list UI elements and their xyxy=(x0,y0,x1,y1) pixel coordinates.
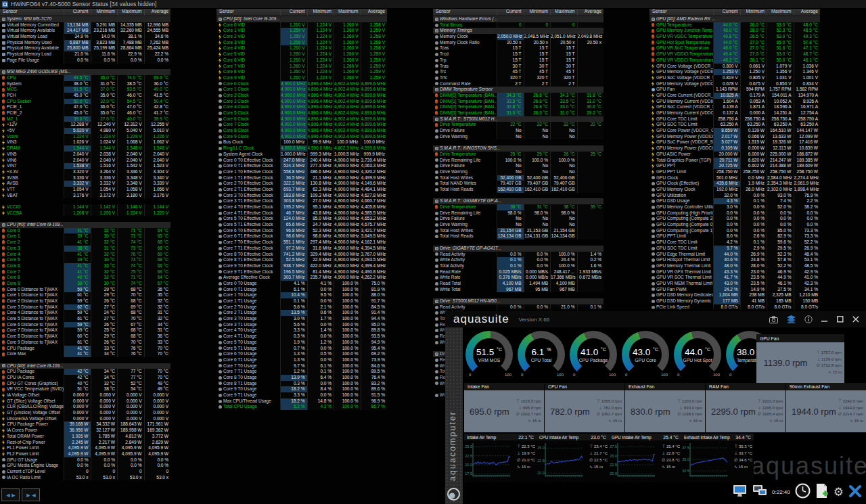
sensor-row[interactable]: Core 5 T1 Effective Clock65.6 MHz24.7 MH… xyxy=(216,222,387,228)
sensor-row[interactable]: DRAM1.544 V1.544 V1.548 V1.546 V xyxy=(0,145,170,152)
sensor-row[interactable]: GPU Fan1,143 RPM594 RPM1,757 RPM1,582 RP… xyxy=(650,87,820,93)
section-header-row[interactable]: DIMM Temperature Sensor xyxy=(433,87,603,93)
sensor-row[interactable]: Core 840 °C32 °C71 °C64 °C xyxy=(0,275,170,281)
sensor-row[interactable]: Total CPU Usage5.2 %4.1 %100.0 %86.7 % xyxy=(216,404,387,410)
sensor-row[interactable]: Core 3 T1 Usage5.6 %0.0 %100.0 %95.0 % xyxy=(216,322,387,328)
sensor-row[interactable]: GPU Computing (High Priorit...0.0 %0.0 %… xyxy=(650,210,820,216)
sensor-row[interactable]: Ring/LLC Clock4,600.0 MHz4,596.6 MHz4,60… xyxy=(216,145,387,152)
sensor-row[interactable]: Core 0 VID1.260 V1.224 V1.260 V1.258 V xyxy=(216,22,387,28)
sensor-row[interactable]: Core 2 Clock4,900.0 MHz4,896.4 MHz4,902.… xyxy=(216,93,387,99)
sensor-row[interactable]: GPU PPT Limit8.0 %2.6 %82.9 %73.3 % xyxy=(650,233,820,239)
sensor-row[interactable]: Read Activity0.0 %0.0 %21.0 %0.1 % xyxy=(433,304,603,311)
sensor-row[interactable]: GPU PPT Limit258.750 W258.750 W258.750 W… xyxy=(650,169,820,175)
sensor-row[interactable]: Core 9 T0 Usage18.2 %8.4 %100.0 %89.6 % xyxy=(216,386,387,392)
sensor-row[interactable]: GPU Core TDC Limit4.2 %0.1 %59.6 %52.2 % xyxy=(650,239,820,246)
sensor-row[interactable]: Core 5 Distance to TjMAX61 °C27 °C70 °C3… xyxy=(0,316,170,322)
clock-icon[interactable] xyxy=(795,483,811,501)
sensor-row[interactable]: GPU Memory Power (VDDIO)2.017 W0.066 W13… xyxy=(650,134,820,140)
sensor-row[interactable]: Core 5 T0 Effective Clock124.0 MHz85.0 M… xyxy=(216,216,387,222)
sensor-row[interactable]: Drive Remaining Life98.0 %98.0 %98.0 % xyxy=(433,210,603,216)
sensor-row[interactable]: +5V5.020 V4.980 V5.040 V5.010 V xyxy=(0,128,170,134)
sensor-row[interactable]: GPU D3D Usage4.3 %0.1 %7.4 %2.2 % xyxy=(650,198,820,204)
sensor-row[interactable]: Core 8 T0 Usage13.9 %6.4 %100.0 %76.4 % xyxy=(216,375,387,381)
sensor-row[interactable]: GPU Memory Thermal Limit48.0 %28.0 %52.2… xyxy=(650,263,820,269)
sensor-row[interactable]: Core 6 T0 Usage1.3 %0.5 %100.0 %69.2 % xyxy=(216,351,387,357)
sensor-row[interactable]: Trc45 T45 T45 T xyxy=(433,69,603,75)
sensor-row[interactable]: Core Max41 °C34 °C76 °C70 °C xyxy=(0,351,170,357)
sensor-row[interactable]: Core 7 T1 Effective Clock97.2 MHz31.6 MH… xyxy=(216,246,387,252)
sensor-row[interactable]: Rest-of-Chip Power2.245 W2.217 W2.849 W2… xyxy=(0,440,170,446)
exit-close-icon[interactable] xyxy=(848,484,862,501)
sensor-row[interactable]: VCCSA1.208 V1.206 V1.224 V1.220 V xyxy=(0,210,170,216)
sensor-row[interactable]: Core 139 °C30 °C71 °C65 °C xyxy=(0,233,170,239)
sensor-row[interactable]: Core 041 °C32 °C71 °C64 °C xyxy=(0,228,170,234)
sensor-row[interactable]: Core 8 Clock4,900.0 MHz4,896.4 MHz4,902.… xyxy=(216,128,387,134)
sensor-row[interactable]: Core 1 T1 Effective Clock36.5 MHz21.1 MH… xyxy=(216,175,387,181)
sensor-row[interactable]: Total Errors000 xyxy=(433,22,603,28)
sensor-row[interactable]: Core 5 T1 Usage0.7 %0.0 %100.0 %95.4 % xyxy=(216,346,387,352)
sensor-row[interactable]: GPU VR VDDIO Temperature49.4 °C27.0 °C53… xyxy=(650,51,820,58)
sensor-row[interactable]: GPU Memory Controller Utiliz...3.0 %0.0 … xyxy=(650,204,820,210)
sensor-row[interactable]: System Agent Clock1,000.0 MHz999.3 MHz1,… xyxy=(216,152,387,158)
sensor-row[interactable]: Drive FailureNoNoNo xyxy=(433,163,603,169)
sensor-row[interactable]: GPU D3D Memory Dedicated1,604 MB238 MB2,… xyxy=(650,292,820,298)
sensor-row[interactable]: Total Host Reads124,134 GB124,131 GB124,… xyxy=(433,233,603,239)
fan-panel-header[interactable]: Intake Fan xyxy=(464,383,544,390)
sensor-row[interactable]: Core 7 T0 Usage9.7 %6.1 %100.0 %84.6 % xyxy=(216,363,387,369)
expand-columns-button[interactable]: ◄► xyxy=(1,488,20,501)
fan-panel-header[interactable]: 90mm Exhaust Fan xyxy=(786,383,866,390)
gpu-fan-panel-header[interactable]: GPU Fan xyxy=(756,334,844,342)
sensor-row[interactable]: PCH45.0 °C35.0 °C46.0 °C41.5 °C xyxy=(0,93,170,99)
sensor-row[interactable]: Core 0 T1 Usage6.1 %0.0 %100.0 %81.9 % xyxy=(216,287,387,293)
sensor-row[interactable]: Core 0 Distance to TjMAX59 °C29 °C68 °C3… xyxy=(0,287,170,293)
sensor-row[interactable]: GPU Computing (Compute 0)...0.0 %0.0 %0.… xyxy=(650,222,820,228)
fan-panel-header[interactable]: Exhaust Fan xyxy=(625,383,705,390)
sensor-row[interactable]: Core 9 T1 Effective Clock196.5 MHz81.4 M… xyxy=(216,269,387,275)
sensor-row[interactable]: +3.3V3.320 V3.264 V3.336 V3.304 V xyxy=(0,169,170,175)
sensor-row[interactable]: Core 8 T0 Effective Clock741.2 MHz329.4 … xyxy=(216,252,387,258)
sensor-row[interactable]: GPU SoC Power (VDDCR_SOC)5.027 W1.515 W1… xyxy=(650,139,820,145)
sensor-row[interactable]: GPU VR MEM Thermal Limit43.0 %23.5 %46.1… xyxy=(650,281,820,287)
sensor-row[interactable]: VTT1.054 V1.054 V1.058 V1.056 V xyxy=(0,187,170,193)
sensor-row[interactable]: Core 4 VID1.260 V1.224 V1.260 V1.258 V xyxy=(216,45,387,51)
section-header-row[interactable]: System: MSI MS-7C70 xyxy=(0,16,170,22)
sensor-row[interactable]: Core 539 °C30 °C73 °C68 °C xyxy=(0,257,170,263)
chart-header[interactable]: Intake Air Temp22.1 °C xyxy=(464,434,537,440)
sensor-row[interactable]: Core 6 T1 Usage1.3 %0.0 %100.0 %73.9 % xyxy=(216,357,387,363)
sensor-row[interactable]: DIMM[2] Temperature (BAN...32.8 °C26.8 °… xyxy=(433,104,603,110)
section-header-row[interactable]: CPU [#0]: Intel Core i9-109... xyxy=(216,16,387,22)
sensor-row[interactable]: Core 741 °C32 °C75 °C69 °C xyxy=(0,269,170,275)
sensor-row[interactable]: Core 1 T0 Usage10.4 %9.5 %100.0 %88.0 % xyxy=(216,292,387,298)
sensor-row[interactable]: GPU SoC Current (VDDCR_S...6.139 A1.871 … xyxy=(650,104,820,110)
sensor-row[interactable]: Read Activity0.0 %0.0 %100.0 %1.4 % xyxy=(433,252,603,258)
sensor-row[interactable]: GPU Core Current (VDDCR_...10.825 A0.179… xyxy=(650,93,820,99)
sensor-row[interactable]: Core 2 T1 Usage13.5 %0.6 %100.0 %91.4 % xyxy=(216,310,387,316)
sensor-row[interactable]: Core 9 T0 Effective Clock938.7 MHz422.0 … xyxy=(216,263,387,269)
sensor-row[interactable]: Write Total967 MB95 MB967 MB xyxy=(433,287,603,293)
sensor-row[interactable]: Total Activity0.1 %0.0 %100.0 %1.6 % xyxy=(433,263,603,269)
sensor-row[interactable]: Trp15 T15 T15 T xyxy=(433,58,603,64)
sensor-row[interactable]: Virtual Memory Load34.9 %14.0 %38.1 %34.… xyxy=(0,34,170,40)
sensor-row[interactable]: Trfc320 T320 T320 T xyxy=(433,75,603,81)
remote-sensor-icon[interactable] xyxy=(752,484,767,500)
sensor-row[interactable]: Core 0 Clock4,900.0 MHz4,896.4 MHz4,902.… xyxy=(216,81,387,87)
section-header-row[interactable]: GPU [#0]: AMD Radeon RX ... xyxy=(650,16,820,22)
sensor-row[interactable]: Core 2 Distance to TjMAX59 °C26 °C68 °C3… xyxy=(0,298,170,304)
fan-panel-header[interactable]: CPU Fan xyxy=(545,383,624,390)
sensor-row[interactable]: Total Host Reads162,410 GB162,410 GB162,… xyxy=(433,187,603,193)
sensor-row[interactable]: CPU GT Cores (Graphics)40 °C32 °C52 °C49… xyxy=(0,381,170,387)
sensor-row[interactable]: Core 1 VID1.259 V1.224 V1.260 V1.259 V xyxy=(216,28,387,34)
sensor-row[interactable]: Core 4 T0 Effective Clock195.2 MHz95.1 M… xyxy=(216,204,387,210)
sensor-row[interactable]: GPU Computing (Compute 1)...0.0 %0.0 %85… xyxy=(650,228,820,234)
sensor-row[interactable]: GPU Memory Current (VDDC...0.137 A0.000 … xyxy=(650,110,820,116)
sensor-row[interactable]: Max CPU/Thread Usage18.2 %14.8 %100.0 %9… xyxy=(216,398,387,405)
sensor-row[interactable]: Core 8 Distance to TjMAX60 °C29 °C68 °C3… xyxy=(0,334,170,340)
sensor-row[interactable]: Bus Clock100.0 MHz99.9 MHz100.0 MHz100.0… xyxy=(216,139,387,145)
sensor-row[interactable]: Drive FailureNoNoNo xyxy=(433,128,603,134)
sensor-row[interactable]: AVSB3.332 V3.332 V3.348 V3.339 V xyxy=(0,181,170,187)
sensor-row[interactable]: Total Host Writes52,406 GB52,406 GB52,40… xyxy=(433,175,603,181)
sensor-row[interactable]: Core 6 T0 Effective Clock96.8 MHz52.3 MH… xyxy=(216,228,387,234)
sensor-row[interactable]: Core 2 T0 Usage5.6 %2.1 %100.0 %84.5 % xyxy=(216,304,387,311)
sensor-row[interactable]: Core 9 T1 Usage3.3 %0.0 %100.0 %91.5 % xyxy=(216,392,387,398)
remote-monitor-icon[interactable] xyxy=(733,484,748,500)
